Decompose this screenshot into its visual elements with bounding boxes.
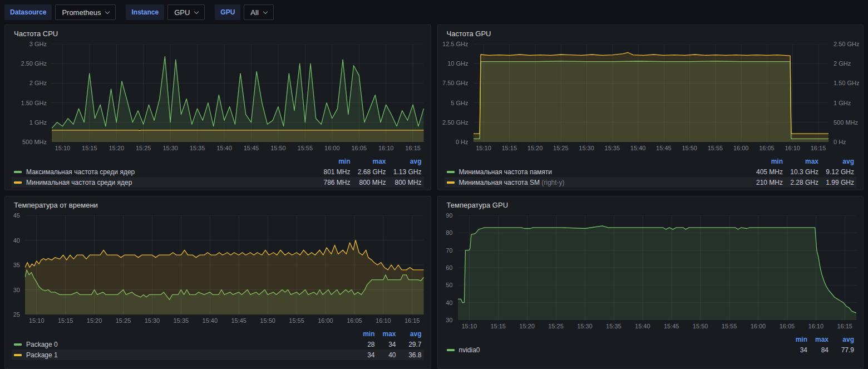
x-axis-tick-label: 16:00 — [751, 323, 766, 329]
x-axis-tick-label: 15:40 — [630, 145, 646, 151]
x-axis-tick-label: 16:15 — [405, 317, 420, 324]
legend-sort-min[interactable]: min — [315, 158, 351, 165]
var-group-datasource: Datasource Prometheus — [4, 4, 116, 20]
legend-sort-avg[interactable]: avg — [828, 336, 854, 343]
panel-title[interactable]: Частота CPU — [5, 25, 431, 41]
x-axis-tick-label: 15:15 — [58, 317, 73, 324]
plot-area[interactable] — [52, 44, 424, 142]
legend-series-name[interactable]: Package 1 — [26, 351, 58, 359]
legend-sort-max[interactable]: max — [783, 158, 818, 165]
y-axis-tick-label: 40 — [446, 299, 452, 306]
y-axis-tick-label: 2 GHz — [29, 80, 47, 86]
legend-series-name[interactable]: Минимальная частота SM — [459, 179, 540, 186]
panel-title[interactable]: Температура от времени — [5, 196, 431, 212]
legend-row: Минимальная частота памяти405 MHz10.3 GH… — [445, 166, 857, 177]
datasource-select[interactable]: Prometheus — [55, 4, 116, 20]
var-label-gpu: GPU — [215, 4, 240, 20]
legend-sort-avg[interactable]: avg — [396, 330, 422, 338]
legend-row: Package 1344036.8 — [12, 350, 424, 360]
x-axis-tick-label: 16:05 — [759, 145, 775, 151]
time-series-chart: 3 GHz2.50 GHz2 GHz1.50 GHz1 GHz500 MHz 1… — [5, 41, 431, 154]
y-axis-tick-label: 1 GHz — [834, 100, 851, 106]
panel-gpu-frequency: Частота GPU 12.5 GHz10 GHz7.50 GHz5 GHz2… — [437, 24, 864, 190]
series-fill-green — [458, 226, 857, 320]
x-axis-tick-label: 16:00 — [318, 317, 333, 324]
x-axis-tick-label: 16:05 — [347, 317, 362, 324]
instance-select[interactable]: GPU — [167, 4, 205, 20]
legend-series-name[interactable]: Минимальная частота среди ядер — [26, 179, 132, 186]
var-group-gpu: GPU All — [215, 4, 273, 20]
legend-series-swatch — [14, 171, 22, 173]
y-axis-tick-label: 1 GHz — [29, 119, 47, 126]
x-axis-tick-label: 15:45 — [244, 145, 259, 151]
legend-sort-max[interactable]: max — [807, 336, 828, 343]
legend-sort-max[interactable]: max — [375, 330, 396, 338]
x-axis-tick-label: 15:20 — [108, 145, 124, 151]
legend-sort-min[interactable]: min — [786, 336, 807, 343]
gpu-select-value: All — [250, 8, 258, 17]
x-axis: 15:1015:1515:2015:2515:3015:3515:4015:45… — [25, 317, 424, 327]
x-axis-tick-label: 15:45 — [656, 145, 672, 151]
x-axis-tick-label: 15:25 — [136, 145, 151, 151]
y-axis-tick-label: 7.50 GHz — [442, 80, 468, 86]
var-group-instance: Instance GPU — [126, 4, 205, 20]
y-axis-left: 90807060504030 — [438, 215, 458, 320]
x-axis-tick-label: 15:40 — [635, 323, 650, 329]
plot-area[interactable] — [458, 215, 857, 320]
legend-sort-max[interactable]: max — [351, 158, 386, 165]
x-axis-tick-label: 16:05 — [780, 323, 795, 329]
series-line-yellow — [52, 130, 424, 131]
x-axis-tick-label: 16:15 — [837, 323, 852, 329]
legend-series-name[interactable]: nvidia0 — [459, 346, 480, 354]
plot-area[interactable] — [25, 215, 424, 314]
legend: minmaxavgМинимальная частота памяти405 M… — [445, 156, 857, 188]
y-axis-tick-label: 25 — [13, 311, 20, 318]
panel-title[interactable]: Температура GPU — [438, 196, 864, 212]
legend-value-avg: 29.7 — [396, 341, 422, 348]
legend-value-max: 84 — [807, 346, 828, 354]
legend-sort-min[interactable]: min — [354, 330, 375, 338]
legend-value-min: 34 — [786, 346, 807, 354]
legend-series-swatch — [447, 181, 455, 184]
legend-series-swatch — [14, 343, 22, 346]
y-axis-tick-label: 60 — [446, 264, 452, 271]
y-axis-tick-label: 12.5 GHz — [442, 41, 468, 47]
y-axis-tick-label: 50 — [446, 282, 452, 288]
x-axis-tick-label: 15:30 — [577, 323, 593, 329]
y-axis-tick-label: 2.50 GHz — [834, 41, 859, 47]
legend-value-max: 2.68 GHz — [351, 168, 386, 176]
series-fill-yellow — [474, 52, 829, 142]
gpu-select[interactable]: All — [244, 4, 273, 20]
x-axis-tick-label: 15:40 — [203, 317, 218, 324]
legend: minmaxavgМаксимальная частота среди ядер… — [12, 156, 424, 188]
legend-series-name[interactable]: Максимальная частота среди ядер — [26, 168, 135, 176]
plot-area[interactable] — [474, 44, 829, 142]
legend-row: Минимальная частота SM (right-y)210 MHz2… — [445, 177, 857, 188]
y-axis-tick-label: 2.50 GHz — [442, 119, 468, 126]
y-axis-tick-label: 5 GHz — [451, 100, 468, 106]
x-axis-tick-label: 15:15 — [490, 323, 506, 329]
legend-value-max: 800 MHz — [351, 179, 386, 186]
x-axis-tick-label: 15:50 — [270, 145, 286, 151]
legend-sort-avg[interactable]: avg — [818, 158, 854, 165]
legend-series-name[interactable]: Package 0 — [26, 341, 58, 348]
legend-sort-avg[interactable]: avg — [386, 158, 422, 165]
legend-value-avg: 77.9 — [828, 346, 854, 354]
x-axis-tick-label: 15:35 — [605, 145, 620, 151]
y-axis-tick-label: 1.50 GHz — [21, 100, 47, 106]
legend-value-min: 28 — [354, 341, 375, 348]
y-axis-right — [424, 215, 431, 314]
x-axis-tick-label: 15:55 — [722, 323, 737, 329]
x-axis-tick-label: 16:10 — [376, 317, 391, 324]
legend-sort-min[interactable]: min — [747, 158, 783, 165]
datasource-select-value: Prometheus — [62, 8, 101, 17]
x-axis-tick-label: 15:10 — [462, 323, 477, 329]
y-axis-tick-label: 80 — [446, 229, 452, 236]
panel-title[interactable]: Частота GPU — [438, 25, 864, 41]
legend-value-max: 10.3 GHz — [783, 168, 818, 176]
legend-header: minmaxavg — [445, 334, 857, 345]
legend-series-name[interactable]: Минимальная частота памяти — [459, 168, 553, 176]
y-axis-tick-label: 30 — [13, 287, 20, 293]
x-axis-tick-label: 15:15 — [502, 145, 517, 151]
x-axis-tick-label: 15:25 — [116, 317, 131, 324]
